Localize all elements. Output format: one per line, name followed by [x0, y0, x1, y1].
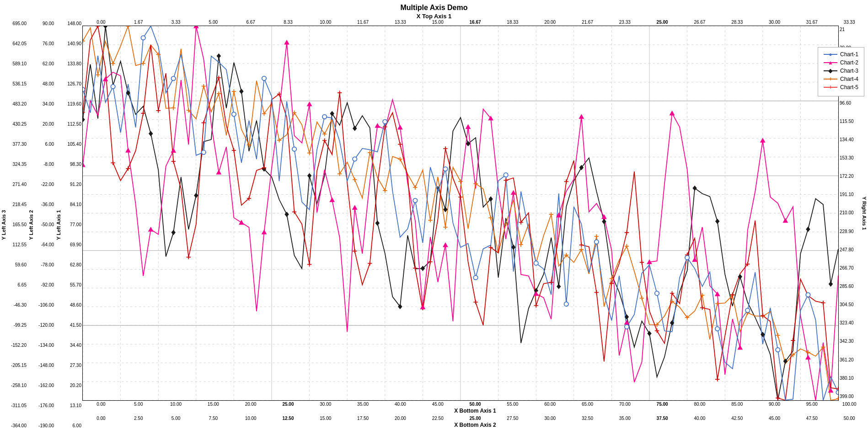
svg-point-337: [655, 291, 659, 295]
y-left-axis-3-ticks: 695.00642.05589.10536.15483.20430.25377.…: [7, 20, 27, 430]
svg-marker-94: [397, 125, 403, 130]
x-bottom-ticks-2: 0.002.505.007.5010.0012.5015.0017.5020.0…: [82, 415, 868, 421]
svg-marker-55: [284, 212, 289, 217]
svg-point-321: [171, 76, 176, 80]
svg-marker-106: [670, 111, 675, 116]
svg-point-336: [625, 325, 629, 329]
svg-marker-92: [352, 205, 358, 210]
svg-point-339: [715, 327, 719, 331]
x-top-ticks: 0.001.673.335.006.678.3310.0011.6713.331…: [82, 20, 868, 26]
svg-point-328: [383, 120, 387, 124]
svg-marker-53: [239, 89, 243, 94]
svg-marker-62: [443, 207, 447, 212]
svg-marker-79: [829, 281, 833, 287]
svg-point-320: [141, 36, 145, 40]
plot-area: [82, 26, 839, 401]
x-bottom-section: 0.005.0010.0015.0020.0025.0030.0035.0040…: [82, 401, 868, 430]
svg-point-326: [322, 115, 327, 119]
legend-label-chart-1: Chart-1: [840, 51, 858, 58]
svg-marker-102: [579, 114, 584, 119]
svg-marker-51: [194, 193, 198, 198]
svg-marker-46: [83, 117, 85, 122]
svg-point-333: [534, 261, 538, 265]
y-left-axes: Y Left Axis 3 695.00642.05589.10536.1548…: [0, 20, 82, 430]
svg-marker-111: [782, 218, 788, 223]
y-left-axis-2-label: Y Left Axis 2: [27, 20, 35, 430]
legend-item-chart-5: +Chart-5: [824, 84, 858, 90]
svg-point-335: [595, 240, 599, 244]
chart-title: Multiple Axis Demo: [401, 4, 468, 12]
legend-item-chart-4: +Chart-4: [824, 76, 858, 82]
legend-item-chart-1: ●Chart-1: [824, 51, 858, 58]
svg-point-341: [776, 348, 780, 352]
svg-marker-104: [624, 320, 630, 325]
svg-marker-112: [805, 355, 811, 360]
svg-point-329: [413, 198, 417, 202]
svg-marker-86: [216, 170, 221, 175]
svg-point-342: [806, 292, 810, 297]
legend-item-chart-3: ◆Chart-3: [824, 68, 858, 74]
svg-marker-84: [171, 148, 176, 153]
svg-marker-74: [715, 218, 719, 224]
x-bottom-ticks-1: 0.005.0010.0015.0020.0025.0030.0035.0040…: [82, 401, 868, 407]
svg-point-318: [83, 87, 85, 91]
legend-box: ●Chart-1▲Chart-2◆Chart-3+Chart-4+Chart-5: [818, 47, 864, 96]
svg-point-324: [262, 76, 266, 80]
legend-item-chart-2: ▲Chart-2: [824, 59, 858, 66]
svg-point-340: [745, 308, 750, 313]
svg-marker-89: [284, 40, 289, 45]
legend-label-chart-5: Chart-5: [840, 84, 858, 90]
legend-label-chart-4: Chart-4: [840, 76, 858, 82]
svg-marker-85: [193, 26, 199, 28]
x-top-axis-title: X Top Axis 1: [417, 13, 452, 20]
svg-marker-73: [692, 186, 697, 191]
svg-point-330: [443, 167, 447, 171]
svg-point-338: [685, 255, 689, 260]
svg-marker-97: [466, 124, 471, 129]
y-left-axis-3-label: Y Left Axis 3: [0, 20, 7, 430]
x-bottom-axis-2-title: X Bottom Axis 2: [82, 421, 868, 430]
y-left-axis-1-ticks: 148.00140.90133.80126.70119.60112.50105.…: [62, 20, 82, 430]
svg-marker-83: [148, 227, 154, 232]
svg-point-323: [232, 112, 236, 116]
svg-point-331: [473, 276, 477, 280]
svg-marker-56: [307, 173, 311, 179]
x-bottom-axis-1-title: X Bottom Axis 1: [82, 407, 868, 415]
svg-marker-49: [149, 131, 153, 137]
svg-point-319: [111, 85, 115, 89]
svg-marker-93: [375, 123, 380, 128]
svg-marker-78: [806, 227, 810, 232]
svg-marker-96: [443, 242, 448, 247]
svg-marker-90: [307, 101, 312, 106]
legend-label-chart-2: Chart-2: [840, 59, 858, 66]
svg-marker-109: [737, 345, 743, 350]
svg-marker-87: [239, 220, 244, 225]
svg-marker-100: [533, 291, 539, 296]
page-container: Multiple Axis Demo X Top Axis 1 Y Left A…: [0, 0, 868, 430]
svg-marker-82: [125, 148, 131, 153]
svg-marker-50: [171, 230, 176, 235]
svg-marker-91: [329, 197, 335, 202]
svg-point-334: [564, 302, 568, 306]
y-left-axis-1-label: Y Left Axis 1: [55, 20, 62, 430]
svg-point-325: [292, 147, 296, 151]
svg-point-332: [504, 173, 508, 177]
svg-point-322: [202, 150, 206, 154]
svg-marker-67: [557, 284, 561, 289]
svg-point-327: [353, 157, 357, 161]
svg-marker-47: [103, 26, 107, 29]
legend-label-chart-3: Chart-3: [840, 68, 858, 74]
y-left-axis-2-ticks: 90.0076.0062.0048.0034.0020.006.00-8.00-…: [35, 20, 55, 430]
svg-point-343: [836, 390, 838, 394]
svg-marker-52: [217, 53, 221, 59]
svg-marker-59: [375, 220, 380, 226]
